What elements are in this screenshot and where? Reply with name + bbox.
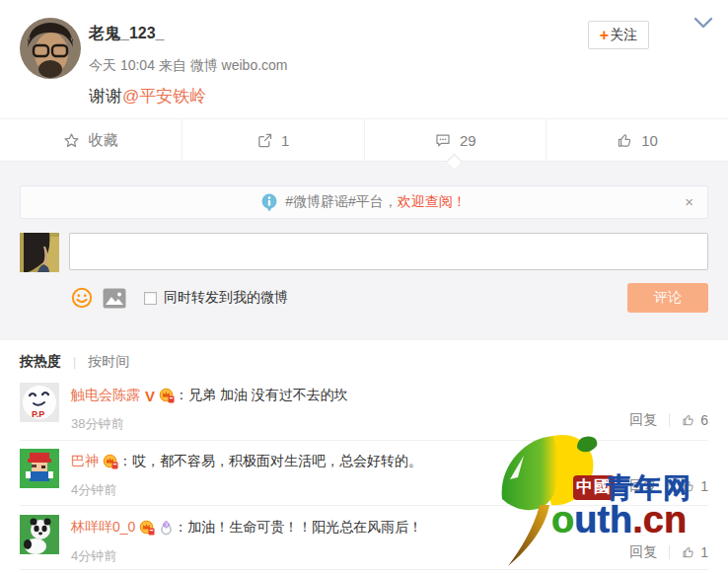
comment-row: P.P 触电会陈露 V ： 兄弟 加油 没有过不去的坎 38分钟前 [20, 383, 708, 441]
favorite-label: 收藏 [88, 131, 117, 150]
commenter-avatar[interactable]: P.P [20, 383, 59, 422]
comment-like-button[interactable]: 6 [682, 412, 708, 428]
comment-like-count: 1 [700, 544, 708, 560]
actions-divider [669, 545, 670, 559]
poster-avatar[interactable] [20, 18, 81, 79]
commenter-avatar[interactable] [20, 449, 59, 488]
favorite-button[interactable]: 收藏 [0, 119, 182, 161]
composer-tools: 同时转发到我的微博 [71, 283, 288, 313]
comment-separator: ： [175, 387, 188, 404]
forward-checkbox[interactable] [144, 292, 157, 305]
tab-sort-by-hot[interactable]: 按热度 [20, 353, 61, 371]
comment-row: 巴神 ： 哎，都不容易，积极面对生活吧，总会好转的。 4分钟前 回复 [20, 449, 708, 506]
follow-button[interactable]: + 关注 [588, 21, 649, 49]
comment-like-count: 6 [700, 412, 708, 428]
like-button[interactable]: 10 [546, 119, 728, 161]
poster-username[interactable]: 老鬼_123_ [89, 24, 165, 44]
post-header: 老鬼_123_ 今天 10:04 来自 微博 weibo.com 谢谢@平安铁岭… [0, 0, 728, 118]
thumbs-up-icon [617, 132, 633, 149]
emoji-icon[interactable] [71, 287, 93, 309]
repost-button[interactable]: 1 [182, 119, 365, 161]
post-text-plain: 谢谢 [89, 87, 122, 106]
comment-time: 38分钟前 [71, 415, 123, 433]
repost-count: 1 [281, 132, 289, 149]
commenter-username[interactable]: 林咩咩0_0 [71, 519, 135, 537]
post-mention-link[interactable]: @平安铁岭 [122, 87, 206, 106]
comment-input[interactable] [69, 233, 708, 270]
close-icon[interactable]: × [685, 193, 693, 211]
member-medal-icon [103, 454, 118, 469]
weibo-post-page: 老鬼_123_ 今天 10:04 来自 微博 weibo.com 谢谢@平安铁岭… [0, 0, 728, 573]
plus-icon: + [600, 28, 609, 43]
post-text: 谢谢@平安铁岭 [89, 85, 206, 107]
post-action-bar: 收藏 1 29 10 [0, 118, 728, 162]
member-medal-icon [159, 388, 175, 403]
comment-bubble-icon [434, 132, 452, 149]
commenter-username[interactable]: 巴神 [71, 453, 99, 470]
commenter-username[interactable]: 触电会陈露 [71, 387, 140, 404]
comment-separator: ： [118, 453, 132, 470]
commenter-avatar-image: P.P [20, 383, 59, 422]
comments-section: 按热度 | 按时间 P.P 触电会陈露 V [0, 340, 728, 573]
svg-text:P.P: P.P [32, 409, 44, 419]
actions-divider [669, 479, 670, 493]
thumbs-up-icon [682, 545, 695, 559]
member-medal-icon [139, 520, 155, 536]
actions-divider [669, 413, 670, 427]
comment-text: 兄弟 加油 没有过不去的坎 [188, 387, 348, 404]
follow-button-label: 关注 [610, 27, 637, 44]
reply-link[interactable]: 回复 [629, 543, 657, 561]
comment-actions: 回复 1 [629, 477, 708, 495]
thumbs-up-icon [682, 479, 695, 493]
tab-divider: | [73, 355, 76, 369]
comment-sort-tabs: 按热度 | 按时间 [20, 353, 129, 371]
comment-content-line: 巴神 ： 哎，都不容易，积极面对生活吧，总会好转的。 [71, 453, 422, 470]
chevron-down-icon[interactable] [692, 16, 714, 30]
comment-like-button[interactable]: 1 [682, 478, 708, 494]
reply-link[interactable]: 回复 [629, 477, 657, 495]
info-icon [261, 193, 277, 212]
comment-content-line: 林咩咩0_0 ： 加油！生 [71, 519, 422, 537]
comment-actions: 回复 1 [629, 543, 708, 561]
commenter-avatar-image [20, 449, 59, 488]
notice-link[interactable]: 欢迎查阅！ [398, 193, 467, 211]
notice-text: #微博辟谣#平台， [285, 193, 398, 211]
comment-like-count: 1 [700, 478, 708, 494]
like-count: 10 [641, 132, 658, 149]
comment-actions: 回复 6 [629, 411, 708, 429]
comment-count: 29 [460, 132, 476, 149]
submit-comment-button[interactable]: 评论 [627, 283, 708, 313]
forward-checkbox-label: 同时转发到我的微博 [164, 289, 288, 307]
star-icon [63, 132, 80, 149]
commenter-avatar-image [20, 515, 59, 554]
forward-to-weibo-option[interactable]: 同时转发到我的微博 [144, 289, 288, 307]
repost-icon [256, 132, 273, 149]
verified-v-icon: V [145, 388, 155, 404]
comment-row: 林咩咩0_0 ： 加油！生 [20, 515, 708, 570]
image-icon[interactable] [103, 288, 126, 309]
reply-link[interactable]: 回复 [629, 411, 657, 429]
comment-separator: ： [174, 519, 187, 537]
commenter-avatar[interactable] [20, 515, 59, 554]
comment-panel: #微博辟谣#平台， 欢迎查阅！ × [0, 162, 728, 340]
poster-avatar-image [20, 18, 81, 79]
comment-time: 4分钟前 [71, 547, 116, 565]
comment-text: 哎，都不容易，积极面对生活吧，总会好转的。 [132, 453, 422, 470]
comment-text: 加油！生命可贵！！阳光总在风雨后！ [187, 519, 422, 537]
current-user-avatar-image [20, 233, 59, 272]
tab-sort-by-time[interactable]: 按时间 [88, 353, 129, 371]
comment-time: 4分钟前 [71, 481, 116, 499]
thumbs-up-icon [682, 413, 695, 427]
current-user-avatar[interactable] [20, 233, 59, 272]
comment-like-button[interactable]: 1 [682, 544, 708, 560]
comment-content-line: 触电会陈露 V ： 兄弟 加油 没有过不去的坎 [71, 387, 348, 404]
notice-banner: #微博辟谣#平台， 欢迎查阅！ × [20, 185, 708, 219]
post-timestamp-source: 今天 10:04 来自 微博 weibo.com [89, 57, 288, 75]
ring-badge-icon [159, 520, 174, 536]
